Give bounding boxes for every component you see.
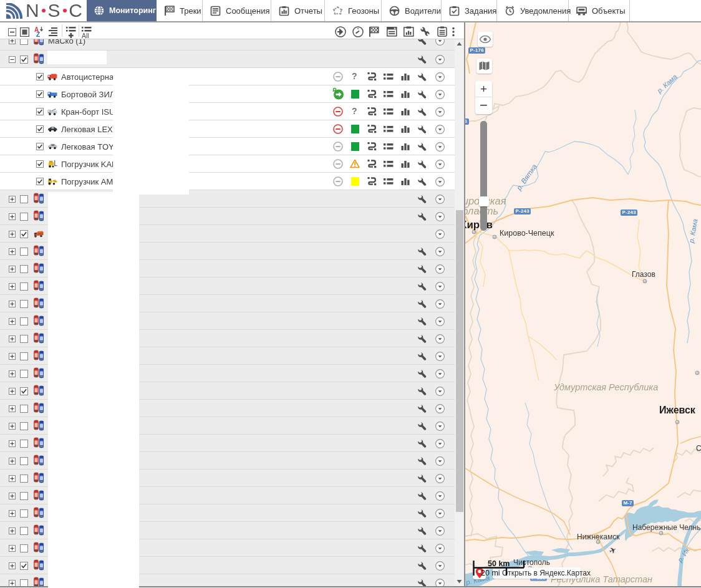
svg-text:20 mi: 20 mi (481, 569, 500, 577)
svg-text:Z: Z (36, 31, 40, 37)
svg-text:50 km: 50 km (488, 559, 510, 568)
svg-text:All: All (82, 32, 89, 39)
